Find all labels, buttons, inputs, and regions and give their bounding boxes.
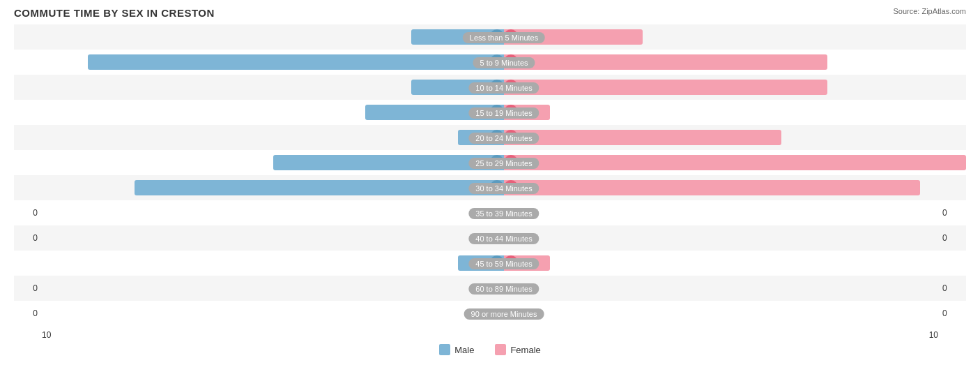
table-row: 0 60 to 89 Minutes 0 (14, 276, 966, 301)
male-bar-half (42, 304, 504, 322)
right-value: 0 (938, 308, 966, 318)
female-bar-half: 7 (504, 53, 966, 71)
female-bar: 6 (504, 130, 781, 145)
table-row: 1 45 to 59 Minutes 1 (14, 251, 966, 276)
bars-container: 3 15 to 19 Minutes 1 (42, 100, 966, 125)
bars-container: 90 or more Minutes (42, 301, 966, 326)
bottom-axis: 10 10 (14, 326, 966, 340)
bars-container: 1 20 to 24 Minutes 6 (42, 125, 966, 150)
male-value-badge: 2 (490, 29, 504, 43)
female-label: Female (510, 345, 540, 355)
bars-container: 60 to 89 Minutes (42, 276, 966, 301)
female-bar: 10 (504, 155, 966, 170)
bars-container: 2 Less than 5 Minutes 3 (42, 24, 966, 50)
rows-area: 2 Less than 5 Minutes 3 (14, 24, 966, 326)
female-value-badge: 7 (504, 54, 518, 68)
male-bar-half (42, 204, 504, 222)
female-bar: 1 (504, 105, 550, 120)
female-bar-half (504, 229, 966, 247)
legend-female: Female (495, 344, 540, 355)
female-value-badge: 3 (504, 29, 518, 43)
female-value-badge: 9 (504, 180, 518, 194)
male-value-badge: 9 (490, 54, 504, 68)
female-bar: 9 (504, 180, 920, 195)
male-swatch (439, 344, 450, 355)
male-bar: 2 (411, 80, 504, 95)
male-bar-half: 8 (42, 179, 504, 197)
table-row: 2 10 to 14 Minutes 7 (14, 75, 966, 100)
left-value: 0 (14, 233, 42, 243)
male-value-badge: 8 (490, 180, 504, 194)
table-row: 0 35 to 39 Minutes 0 (14, 200, 966, 225)
male-bar: 1 (458, 255, 504, 271)
male-bar-half: 1 (42, 128, 504, 147)
male-value-badge: 1 (490, 130, 504, 144)
left-value: 0 (14, 208, 42, 218)
male-bar-half: 2 (42, 78, 504, 96)
chart-container: COMMUTE TIME BY SEX IN CRESTON Source: Z… (0, 0, 980, 365)
axis-right-label: 10 (929, 330, 938, 340)
table-row: 1 20 to 24 Minutes 6 (14, 125, 966, 150)
male-bar: 8 (135, 180, 504, 195)
male-bar-half (42, 279, 504, 297)
female-bar-half (504, 204, 966, 222)
left-value: 0 (14, 283, 42, 293)
right-value: 0 (938, 208, 966, 218)
female-bar: 3 (504, 29, 643, 45)
bars-container: 8 30 to 34 Minutes 9 (42, 175, 966, 200)
female-value-badge: 7 (504, 80, 518, 94)
table-row: 3 15 to 19 Minutes 1 (14, 100, 966, 125)
male-bar: 5 (273, 155, 505, 170)
female-value-badge: 1 (504, 105, 518, 119)
male-value-badge: 3 (490, 105, 504, 119)
female-bar-half: 1 (504, 254, 966, 272)
female-bar-half: 6 (504, 128, 966, 147)
male-bar: 2 (411, 29, 504, 45)
bars-container: 2 10 to 14 Minutes 7 (42, 75, 966, 100)
legend-male: Male (439, 344, 474, 355)
female-bar: 1 (504, 255, 550, 271)
table-row: 8 30 to 34 Minutes 9 (14, 175, 966, 200)
female-bar-half (504, 279, 966, 297)
right-value: 0 (938, 283, 966, 293)
female-value-badge: 10 (504, 155, 518, 169)
female-bar-half: 10 (504, 154, 966, 172)
right-value: 0 (938, 233, 966, 243)
table-row: 0 90 or more Minutes 0 (14, 301, 966, 326)
left-value: 0 (14, 308, 42, 318)
female-bar-half: 9 (504, 179, 966, 197)
table-row: 9 5 to 9 Minutes 7 (14, 50, 966, 75)
female-bar-half: 7 (504, 78, 966, 96)
male-bar: 1 (458, 130, 504, 145)
male-bar: 9 (88, 54, 504, 70)
table-row: 5 25 to 29 Minutes 10 (14, 150, 966, 175)
bars-container: 35 to 39 Minutes (42, 200, 966, 225)
male-bar-half (42, 229, 504, 247)
bars-container: 9 5 to 9 Minutes 7 (42, 50, 966, 75)
male-bar-half: 3 (42, 103, 504, 121)
female-bar-half (504, 304, 966, 322)
axis-left-label: 10 (42, 330, 51, 340)
male-label: Male (454, 345, 474, 355)
table-row: 0 40 to 44 Minutes 0 (14, 225, 966, 251)
female-bar: 7 (504, 80, 827, 95)
female-bar-half: 3 (504, 28, 966, 46)
male-value-badge: 1 (490, 255, 504, 269)
male-value-badge: 5 (490, 155, 504, 169)
source-label: Source: ZipAtlas.com (893, 7, 966, 15)
bars-container: 1 45 to 59 Minutes 1 (42, 251, 966, 276)
female-value-badge: 6 (504, 130, 518, 144)
male-bar-half: 1 (42, 254, 504, 272)
male-bar-half: 5 (42, 154, 504, 172)
female-swatch (495, 344, 506, 355)
male-bar-half: 9 (42, 53, 504, 71)
female-value-badge: 1 (504, 255, 518, 269)
female-bar: 7 (504, 54, 827, 70)
table-row: 2 Less than 5 Minutes 3 (14, 24, 966, 50)
legend: Male Female (14, 344, 966, 355)
bars-container: 5 25 to 29 Minutes 10 (42, 150, 966, 175)
male-bar: 3 (365, 105, 504, 120)
male-bar-half: 2 (42, 28, 504, 46)
chart-title: COMMUTE TIME BY SEX IN CRESTON (14, 7, 966, 19)
female-bar-half: 1 (504, 103, 966, 121)
